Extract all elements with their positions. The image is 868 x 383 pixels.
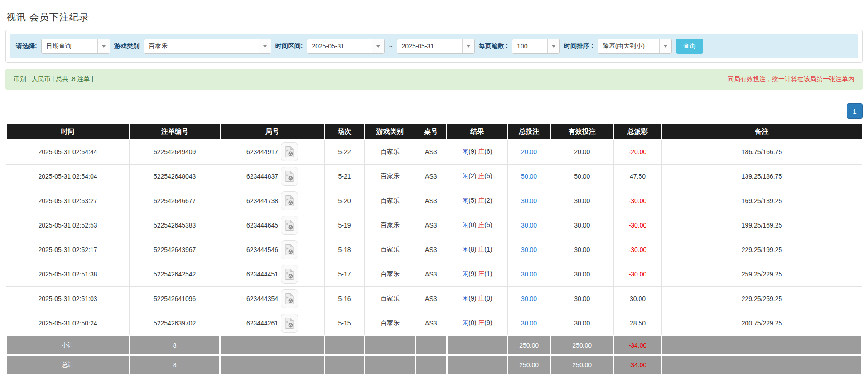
page-size-select[interactable]: 100	[512, 39, 560, 54]
cell-table-number: AS3	[415, 311, 447, 335]
player-result-label: 闲	[462, 197, 468, 204]
col-bet-number: 注单编号	[130, 124, 220, 140]
page-1-button[interactable]: 1	[847, 103, 863, 119]
cell-valid-bet: 30.00	[550, 238, 614, 262]
banker-result-label: 庄	[478, 246, 484, 253]
col-game-category: 游戏类别	[365, 124, 415, 140]
player-score: (8)	[468, 246, 476, 253]
cell-valid-bet: 20.00	[550, 140, 614, 164]
video-file-icon	[285, 317, 294, 329]
cell-note: 186.75/166.75	[661, 140, 862, 164]
date-range-separator: ~	[389, 43, 392, 50]
cell-game-category: 百家乐	[365, 262, 415, 286]
player-score: (9)	[468, 270, 476, 277]
banker-result-label: 庄	[478, 221, 484, 228]
video-record-button[interactable]	[281, 265, 298, 284]
cell-round-number: 623444645	[220, 213, 324, 238]
cell-valid-bet: 30.00	[550, 311, 614, 335]
round-number: 623444261	[246, 320, 278, 327]
cell-result: 闲(2) 庄(5)	[447, 164, 507, 189]
cell-result: 闲(9) 庄(6)	[447, 140, 507, 164]
table-row: 2025-05-31 02:50:24 522542639702 6234442…	[6, 311, 862, 335]
game-category-value: 百家乐	[144, 39, 259, 53]
total-bet-link[interactable]: 30.00	[521, 197, 537, 204]
video-file-icon	[285, 268, 294, 280]
game-category-select[interactable]: 百家乐	[144, 39, 271, 54]
total-row: 总计 8 250.00 250.00 -34.00	[6, 355, 862, 374]
total-bet-link[interactable]: 30.00	[521, 271, 537, 278]
table-row: 2025-05-31 02:53:27 522542646677 6234447…	[6, 189, 862, 213]
cell-result: 闲(5) 庄(2)	[447, 189, 507, 213]
player-result-label: 闲	[462, 295, 468, 302]
cell-bet-number: 522542646677	[130, 189, 220, 213]
cell-result: 闲(9) 庄(1)	[447, 262, 507, 286]
video-record-button[interactable]	[281, 240, 298, 259]
time-order-select[interactable]: 降幂(由大到小)	[598, 39, 672, 54]
cell-game-category: 百家乐	[365, 311, 415, 335]
page-size-label: 每页笔数 :	[479, 42, 508, 50]
summary-bar: 币别 : 人民币 | 总共 :8 注单 | 同局有效投注，统一计算在该局第一张注…	[5, 69, 863, 90]
valid-bet-notice: 同局有效投注，统一计算在该局第一张注单内	[728, 75, 854, 83]
cell-time: 2025-05-31 02:52:53	[6, 213, 130, 238]
total-bet-link[interactable]: 30.00	[521, 222, 537, 229]
banker-result-label: 庄	[478, 295, 484, 302]
subtotal-total-bet: 250.00	[507, 335, 550, 355]
filter-panel: 请选择: 日期查询 游戏类别 百家乐 时间区间: 2025-05-31 ~ 20…	[5, 30, 863, 63]
cell-total-bet: 30.00	[507, 286, 550, 311]
date-to-value: 2025-05-31	[397, 39, 462, 53]
total-bet-link[interactable]: 20.00	[521, 148, 537, 155]
cell-total-payout: -30.00	[614, 189, 662, 213]
banker-result-label: 庄	[478, 148, 484, 155]
video-record-button[interactable]	[281, 191, 298, 210]
video-file-icon	[285, 293, 294, 305]
cell-total-bet: 30.00	[507, 238, 550, 262]
cell-bet-number: 522542639702	[130, 311, 220, 335]
search-button[interactable]: 查询	[676, 39, 703, 54]
total-count: 8	[130, 355, 220, 374]
subtotal-label: 小计	[6, 335, 130, 355]
video-record-button[interactable]	[281, 289, 298, 308]
video-record-button[interactable]	[281, 314, 298, 333]
cell-result: 闲(8) 庄(1)	[447, 238, 507, 262]
cell-session: 5-15	[324, 311, 365, 335]
banker-result-label: 庄	[478, 197, 484, 204]
player-result-label: 闲	[462, 270, 468, 277]
video-record-button[interactable]	[281, 216, 298, 235]
total-bet-link[interactable]: 50.00	[521, 173, 537, 180]
date-from-select[interactable]: 2025-05-31	[307, 39, 385, 54]
total-bet-link[interactable]: 30.00	[521, 246, 537, 253]
cell-note: 200.75/229.25	[661, 311, 862, 335]
player-score: (2)	[468, 172, 476, 179]
total-valid-bet: 250.00	[550, 355, 614, 374]
total-bet-link[interactable]: 30.00	[521, 295, 537, 302]
cell-note: 259.25/229.25	[661, 262, 862, 286]
video-record-button[interactable]	[281, 142, 298, 161]
date-to-select[interactable]: 2025-05-31	[397, 39, 475, 54]
cell-round-number: 623444261	[220, 311, 324, 335]
banker-result-label: 庄	[478, 172, 484, 179]
total-bet-link[interactable]: 30.00	[521, 320, 537, 327]
video-file-icon	[285, 219, 294, 231]
chevron-down-icon	[259, 39, 271, 53]
query-type-select[interactable]: 日期查询	[41, 39, 110, 54]
cell-time: 2025-05-31 02:50:24	[6, 311, 130, 335]
cell-table-number: AS3	[415, 140, 447, 164]
page-title: 视讯 会员下注纪录	[6, 11, 868, 24]
total-label: 总计	[6, 355, 130, 374]
cell-total-bet: 30.00	[507, 189, 550, 213]
cell-total-payout: -30.00	[614, 213, 662, 238]
chevron-down-icon	[547, 39, 559, 53]
video-record-button[interactable]	[281, 167, 298, 186]
cell-time: 2025-05-31 02:53:27	[6, 189, 130, 213]
banker-score: (1)	[484, 246, 492, 253]
cell-session: 5-17	[324, 262, 365, 286]
cell-session: 5-19	[324, 213, 365, 238]
player-score: (9)	[468, 295, 476, 302]
filter-bar: 请选择: 日期查询 游戏类别 百家乐 时间区间: 2025-05-31 ~ 20…	[10, 34, 858, 58]
table-row: 2025-05-31 02:51:03 522542641096 6234443…	[6, 286, 862, 311]
cell-round-number: 623444917	[220, 140, 324, 164]
subtotal-row: 小计 8 250.00 250.00 -34.00	[6, 335, 862, 355]
chevron-down-icon	[462, 39, 474, 53]
banker-result-label: 庄	[478, 270, 484, 277]
cell-total-bet: 30.00	[507, 213, 550, 238]
